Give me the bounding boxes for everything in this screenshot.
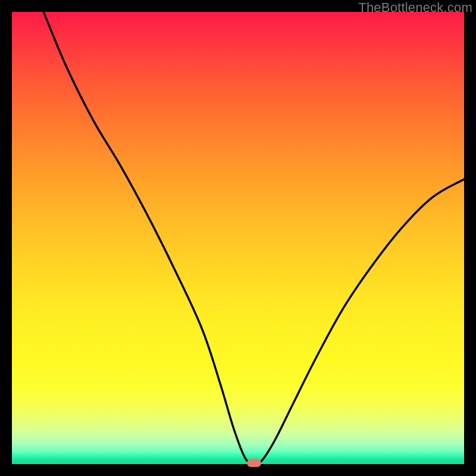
- watermark-text: TheBottleneck.com: [358, 0, 472, 15]
- minimum-marker-icon: [247, 459, 261, 467]
- bottleneck-curve-svg: [12, 12, 464, 464]
- chart-container: TheBottleneck.com: [0, 0, 476, 476]
- bottleneck-curve-path: [43, 12, 464, 464]
